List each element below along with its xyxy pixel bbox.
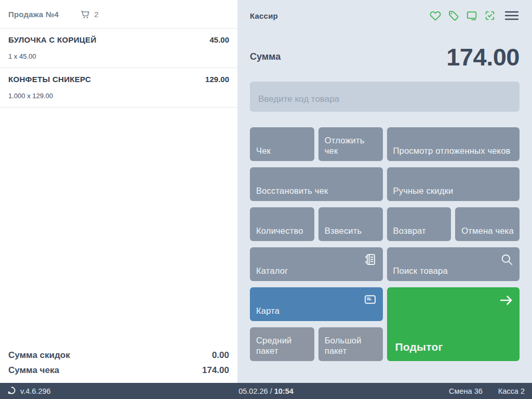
monitor-icon[interactable] [466,10,477,21]
status-bar: v.4.6.296 05.02.26 / 10:54 Смена 36 Касс… [0,383,532,399]
catalog-button[interactable]: Каталог [250,247,383,281]
cart-counter: 2 [81,9,98,19]
cheque-total-value: 174.00 [202,365,229,376]
item-price: 129.00 [205,75,229,84]
menu-icon[interactable] [504,10,520,21]
product-search-button[interactable]: Поиск товара [387,247,520,281]
register-label[interactable]: Касса 2 [498,387,525,395]
app-logo-icon [7,386,16,396]
view-held-cheques-button[interactable]: Просмотр отложенных чеков [387,127,520,161]
medium-bag-button[interactable]: Средний пакет [250,327,314,361]
sum-value: 174.00 [446,45,520,69]
restore-cheque-button[interactable]: Восстановить чек [250,167,383,201]
quantity-button[interactable]: Количество [250,207,314,241]
receipt-panel: Продажа №4 2 БУЛОЧКА С КОРИЦЕЙ 45.00 1 x… [0,0,237,383]
weigh-button[interactable]: Взвесить [318,207,383,241]
discount-total-row: Сумма скидок 0.00 [8,350,229,361]
arrow-right-icon [498,292,514,310]
scan-check-icon[interactable] [484,10,496,21]
refund-button[interactable]: Возврат [387,207,451,241]
discount-label: Сумма скидок [8,350,70,361]
heart-icon[interactable] [430,10,441,21]
cheque-button[interactable]: Чек [250,127,314,161]
subtotal-button[interactable]: Подытог [387,287,520,361]
receipt-item[interactable]: БУЛОЧКА С КОРИЦЕЙ 45.00 1 x 45.00 [0,29,237,68]
cancel-cheque-button[interactable]: Отмена чека [455,207,520,241]
item-name: КОНФЕТЫ СНИКЕРС [8,75,91,84]
sale-header: Продажа №4 2 [0,0,237,29]
tag-icon[interactable] [448,10,459,21]
app-version: v.4.6.296 [20,387,51,395]
cart-count: 2 [94,10,98,19]
shift-label[interactable]: Смена 36 [449,387,483,395]
cashier-label: Кассир [250,11,278,20]
product-code-input[interactable] [250,82,520,112]
cheque-total-row: Сумма чека 174.00 [8,365,229,376]
item-price: 45.00 [209,35,229,44]
item-quantity: 1.000 x 129.00 [8,92,229,100]
receipt-item[interactable]: КОНФЕТЫ СНИКЕРС 129.00 1.000 x 129.00 [0,68,237,108]
action-button-grid: Чек Отложить чек Просмотр отложенных чек… [250,127,520,361]
receipt-totals: Сумма скидок 0.00 Сумма чека 174.00 [0,345,237,376]
item-name: БУЛОЧКА С КОРИЦЕЙ [8,35,97,44]
cheque-total-label: Сумма чека [8,365,59,376]
sum-label: Сумма [250,51,281,62]
item-quantity: 1 x 45.00 [8,52,229,60]
card-button[interactable]: Карта [250,287,383,321]
actions-panel: Кассир [237,0,532,383]
hold-cheque-button[interactable]: Отложить чек [318,127,383,161]
sale-title: Продажа №4 [8,10,59,19]
cart-icon [81,9,90,19]
large-bag-button[interactable]: Большой пакет [318,327,383,361]
manual-discounts-button[interactable]: Ручные скидки [387,167,520,201]
discount-value: 0.00 [212,350,229,361]
